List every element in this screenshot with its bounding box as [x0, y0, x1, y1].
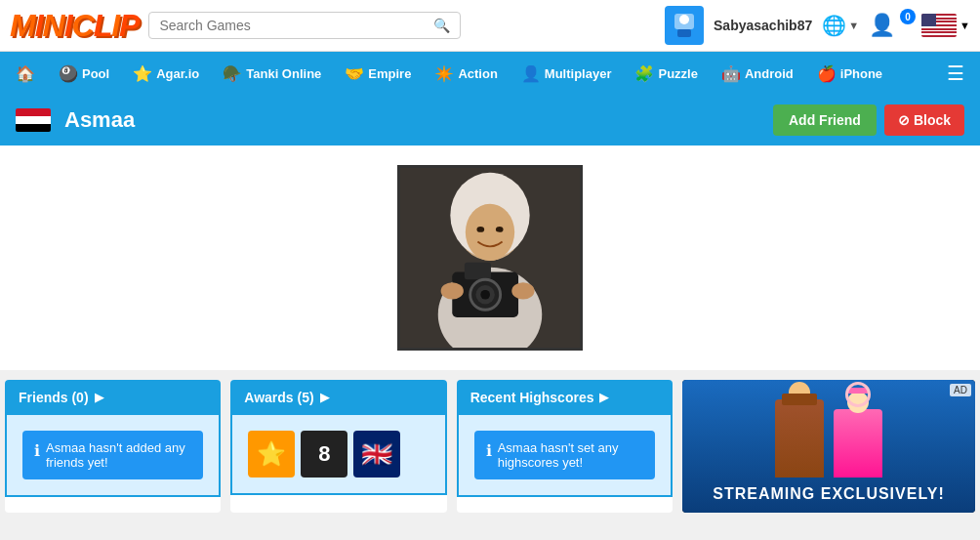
highscores-panel-body: ℹ Asmaa hasn't set any highscores yet! — [457, 415, 673, 497]
flag-button[interactable]: ▼ — [921, 14, 970, 37]
nav-pool[interactable]: 🎱 Pool — [47, 52, 121, 95]
action-icon: ✴️ — [434, 64, 454, 83]
profile-actions: Add Friend ⊘ Block — [773, 104, 964, 136]
nav-agario-label: Agar.io — [156, 66, 199, 81]
tanki-icon: 🪖 — [223, 64, 242, 83]
svg-point-6 — [466, 204, 514, 261]
highscores-panel-header[interactable]: Recent Highscores ▶ — [457, 380, 673, 415]
highscores-arrow-icon: ▶ — [599, 391, 608, 404]
award-star-icon: ⭐ — [257, 440, 286, 468]
nav-empire[interactable]: 🤝 Empire — [333, 52, 423, 95]
friends-header-label: Friends (0) — [19, 390, 89, 405]
notification-icon: 👤 — [869, 13, 895, 37]
info-icon: ℹ — [34, 441, 40, 460]
profile-name: Asmaa — [64, 107, 135, 133]
navbar: 🏠 🎱 Pool ⭐ Agar.io 🪖 Tanki Online 🤝 Empi… — [0, 52, 980, 95]
ad-inner: AD STREAMING EXCLUSIVELY! — [682, 380, 975, 513]
awards-panel-header[interactable]: Awards (5) ▶ — [230, 380, 446, 415]
nav-empire-label: Empire — [368, 66, 411, 81]
username-button[interactable]: Sabyasachib87 — [714, 18, 812, 33]
search-input[interactable] — [159, 18, 433, 33]
search-bar[interactable]: 🔍 — [148, 12, 461, 39]
nav-more-button[interactable]: ☰ — [935, 52, 976, 95]
nav-home[interactable]: 🏠 — [4, 52, 47, 95]
nav-puzzle[interactable]: 🧩 Puzzle — [623, 52, 709, 95]
nav-tanki[interactable]: 🪖 Tanki Online — [211, 52, 333, 95]
multiplayer-icon: 👤 — [521, 64, 541, 83]
awards-panel-body: ⭐ 8 🇬🇧 — [230, 415, 446, 495]
search-icon: 🔍 — [433, 18, 450, 33]
highscores-info-icon: ℹ — [486, 441, 492, 460]
header: MINICLIP 🔍 Sabyasachib87 🌐 ▼ 👤 0 ▼ ▼ — [0, 0, 980, 52]
friends-arrow-icon: ▶ — [95, 391, 103, 404]
nav-multiplayer-label: Multiplayer — [545, 66, 612, 81]
agario-icon: ⭐ — [133, 64, 152, 83]
friends-panel-body: ℹ Asmaa hasn't added any friends yet! — [5, 415, 221, 497]
highscores-header-label: Recent Highscores — [470, 390, 594, 405]
friends-panel-header[interactable]: Friends (0) ▶ — [5, 380, 221, 415]
header-right: Sabyasachib87 🌐 ▼ 👤 0 ▼ ▼ — [665, 6, 970, 45]
highscores-empty-message: ℹ Asmaa hasn't set any highscores yet! — [474, 431, 655, 479]
awards-panel: Awards (5) ▶ ⭐ 8 🇬🇧 — [230, 380, 446, 513]
globe-arrow: ▼ — [848, 20, 859, 31]
nav-multiplayer[interactable]: 👤 Multiplayer — [510, 52, 624, 95]
puzzle-icon: 🧩 — [634, 64, 654, 83]
award-8ball-icon: 8 — [318, 441, 330, 467]
notification-button[interactable]: 👤 0 ▼ — [869, 13, 912, 38]
add-friend-button[interactable]: Add Friend — [773, 104, 877, 136]
svg-point-7 — [476, 227, 484, 232]
hamburger-icon: ☰ — [947, 62, 964, 85]
nav-puzzle-label: Puzzle — [658, 66, 697, 81]
highscores-panel: Recent Highscores ▶ ℹ Asmaa hasn't set a… — [457, 380, 673, 513]
awards-header-label: Awards (5) — [244, 390, 313, 405]
highscores-empty-text: Asmaa hasn't set any highscores yet! — [498, 440, 643, 470]
block-icon: ⊘ — [898, 112, 910, 128]
empire-icon: 🤝 — [345, 64, 364, 83]
nav-iphone[interactable]: 🍎 iPhone — [805, 52, 894, 95]
awards-grid: ⭐ 8 🇬🇧 — [248, 431, 429, 478]
profile-photo — [397, 165, 583, 351]
svg-rect-2 — [677, 29, 691, 37]
bottom-section: Friends (0) ▶ ℹ Asmaa hasn't added any f… — [0, 370, 980, 522]
nav-action-label: Action — [458, 66, 497, 81]
block-button[interactable]: ⊘ Block — [884, 104, 964, 136]
award-star: ⭐ — [248, 431, 295, 478]
nav-android[interactable]: 🤖 Android — [710, 52, 805, 95]
globe-icon: 🌐 — [822, 14, 846, 37]
iphone-icon: 🍎 — [817, 64, 837, 83]
nav-tanki-label: Tanki Online — [246, 66, 321, 81]
language-button[interactable]: 🌐 ▼ — [822, 14, 859, 37]
award-8ball: 8 — [301, 431, 347, 478]
block-label: Block — [914, 112, 951, 128]
notification-badge: 0 — [900, 9, 916, 24]
us-flag-icon — [921, 14, 957, 37]
friends-empty-message: ℹ Asmaa hasn't added any friends yet! — [22, 431, 203, 479]
nav-agario[interactable]: ⭐ Agar.io — [121, 52, 211, 95]
svg-point-15 — [441, 282, 464, 299]
friends-panel: Friends (0) ▶ ℹ Asmaa hasn't added any f… — [5, 380, 221, 513]
nav-iphone-label: iPhone — [840, 66, 882, 81]
home-icon: 🏠 — [16, 64, 35, 83]
friends-empty-text: Asmaa hasn't added any friends yet! — [46, 440, 191, 470]
egypt-flag-icon — [16, 108, 51, 132]
award-uk: 🇬🇧 — [353, 431, 400, 478]
award-uk-icon: 🇬🇧 — [361, 439, 392, 470]
user-avatar — [665, 6, 704, 45]
svg-point-14 — [480, 290, 490, 300]
logo: MINICLIP — [10, 8, 139, 44]
android-icon: 🤖 — [721, 64, 741, 83]
nav-pool-label: Pool — [82, 66, 109, 81]
svg-point-1 — [679, 15, 689, 24]
nav-action[interactable]: ✴️ Action — [423, 52, 509, 95]
svg-point-16 — [511, 282, 534, 299]
ad-panel: AD STREAMING EXCLUSIVELY! — [682, 380, 975, 513]
pool-icon: 🎱 — [59, 64, 78, 83]
awards-arrow-icon: ▶ — [320, 391, 329, 404]
ad-streaming-text: STREAMING EXCLUSIVELY! — [713, 485, 944, 503]
svg-point-8 — [496, 227, 504, 232]
profile-banner: Asmaa Add Friend ⊘ Block — [0, 95, 980, 145]
svg-rect-11 — [465, 263, 491, 279]
ad-badge: AD — [950, 384, 971, 396]
main-content — [0, 145, 980, 370]
nav-android-label: Android — [745, 66, 794, 81]
